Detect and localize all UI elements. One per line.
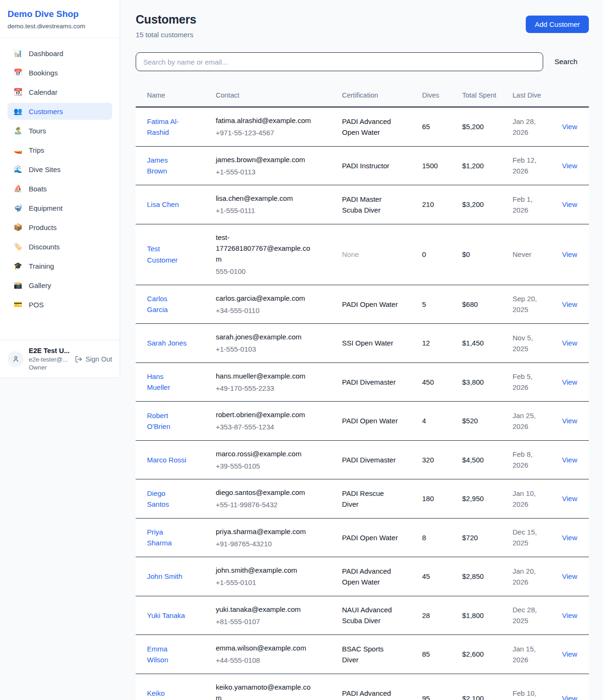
table-row: Carlos Garciacarlos.garcia@example.com+3…: [136, 285, 589, 324]
customer-email: carlos.garcia@example.com: [216, 293, 312, 304]
customer-name-link[interactable]: Fatima Al-Rashid: [147, 116, 187, 138]
customer-name-link[interactable]: Diego Santos: [147, 488, 187, 510]
column-header-name: Name: [136, 84, 204, 107]
customer-dives: 5: [411, 285, 451, 324]
page-title: Customers: [136, 13, 196, 26]
customer-dives: 4: [411, 402, 451, 441]
dashboard-icon: 📊: [13, 49, 23, 58]
sidebar-item-dashboard[interactable]: 📊Dashboard: [8, 45, 112, 62]
customer-certification: NAUI Advanced Scuba Diver: [342, 604, 399, 626]
customer-name-link[interactable]: James Brown: [147, 155, 187, 177]
trips-icon: 🚤: [13, 146, 23, 154]
view-customer-link[interactable]: View: [562, 611, 577, 619]
customer-dives: 210: [411, 185, 451, 224]
view-customer-link[interactable]: View: [562, 250, 577, 258]
customer-email: test-1772681807767@example.com: [216, 232, 312, 265]
sidebar-item-label: Gallery: [29, 281, 51, 289]
equipment-icon: 🤿: [13, 204, 23, 212]
customers-table-card: Name Contact Certification Dives Total S…: [136, 84, 589, 700]
customer-total-spent: $3,800: [451, 362, 501, 402]
customer-dives: 95: [411, 674, 451, 700]
customer-name-link[interactable]: Keiko Yamamoto: [147, 688, 187, 700]
customer-phone: +81-555-0107: [216, 616, 327, 627]
view-customer-link[interactable]: View: [562, 494, 577, 502]
view-customer-link[interactable]: View: [562, 300, 577, 308]
view-customer-link[interactable]: View: [562, 534, 577, 542]
sidebar-item-trips[interactable]: 🚤Trips: [8, 141, 112, 158]
customer-last-dive: Jan 25, 2026: [501, 402, 551, 441]
sidebar-item-bookings[interactable]: 📅Bookings: [8, 64, 112, 81]
customer-total-spent: $1,200: [451, 146, 501, 185]
customer-phone: +1-555-0101: [216, 577, 327, 588]
view-customer-link[interactable]: View: [562, 456, 577, 464]
sidebar-item-boats[interactable]: ⛵Boats: [8, 180, 112, 197]
sidebar-item-tours[interactable]: 🏝️Tours: [8, 122, 112, 139]
customer-name-link[interactable]: Yuki Tanaka: [147, 610, 185, 621]
sidebar-item-calendar[interactable]: 📆Calendar: [8, 83, 112, 100]
customer-dives: 12: [411, 324, 451, 363]
view-customer-link[interactable]: View: [562, 339, 577, 347]
bookings-icon: 📅: [13, 68, 23, 77]
shop-name: Demo Dive Shop: [8, 9, 112, 19]
sidebar-item-customers[interactable]: 👥Customers: [8, 103, 112, 120]
view-customer-link[interactable]: View: [562, 572, 577, 580]
customer-name-link[interactable]: Sarah Jones: [147, 338, 187, 348]
search-input[interactable]: [136, 52, 543, 71]
sidebar-item-equipment[interactable]: 🤿Equipment: [8, 199, 112, 216]
search-button[interactable]: Search: [543, 58, 589, 66]
customer-name-link[interactable]: Robert O'Brien: [147, 410, 187, 432]
customer-total-spent: $520: [451, 402, 501, 441]
avatar: [8, 351, 24, 367]
customer-name-link[interactable]: Carlos Garcia: [147, 293, 187, 315]
add-customer-button[interactable]: Add Customer: [526, 16, 589, 33]
customer-total-spent: $2,850: [451, 557, 501, 596]
customers-icon: 👥: [13, 107, 23, 115]
customer-email: marco.rossi@example.com: [216, 448, 312, 459]
customer-name-link[interactable]: Test Customer: [147, 243, 187, 265]
sidebar-item-gallery[interactable]: 📸Gallery: [8, 277, 112, 294]
customer-name-link[interactable]: Hans Mueller: [147, 371, 187, 393]
user-info: E2E Test U... e2e-tester@... Owner: [29, 347, 70, 371]
view-customer-link[interactable]: View: [562, 123, 577, 131]
customer-name-link[interactable]: Emma Wilson: [147, 643, 187, 666]
customer-last-dive: Feb 1, 2026: [501, 185, 551, 224]
customer-total-spent: $4,500: [451, 440, 501, 479]
customer-certification: PADI Instructor: [342, 160, 390, 171]
view-customer-link[interactable]: View: [562, 417, 577, 425]
customer-name-link[interactable]: Lisa Chen: [147, 199, 179, 210]
customer-email: john.smith@example.com: [216, 565, 312, 576]
sidebar-item-label: POS: [29, 301, 44, 309]
sidebar-item-pos[interactable]: 💳POS: [8, 296, 112, 313]
customer-total-spent: $2,950: [451, 479, 501, 519]
customer-last-dive: Feb 12, 2026: [501, 146, 551, 185]
customer-total-spent: $1,800: [451, 596, 501, 635]
sidebar-item-dive-sites[interactable]: 🌊Dive Sites: [8, 161, 112, 178]
table-row: John Smithjohn.smith@example.com+1-555-0…: [136, 557, 589, 596]
view-customer-link[interactable]: View: [562, 378, 577, 386]
table-row: Fatima Al-Rashidfatima.alrashid@example.…: [136, 107, 589, 146]
customer-dives: 320: [411, 440, 451, 479]
customer-last-dive: Never: [501, 224, 551, 285]
sidebar-item-training[interactable]: 🎓Training: [8, 257, 112, 274]
sidebar-item-products[interactable]: 📦Products: [8, 219, 112, 236]
sidebar-item-discounts[interactable]: 🏷️Discounts: [8, 238, 112, 255]
view-customer-link[interactable]: View: [562, 650, 577, 658]
customer-name-link[interactable]: Priya Sharma: [147, 527, 187, 549]
customer-name-link[interactable]: Marco Rossi: [147, 454, 186, 465]
sidebar-item-label: Equipment: [29, 204, 63, 212]
customer-email: hans.mueller@example.com: [216, 371, 312, 381]
table-row: Yuki Tanakayuki.tanaka@example.com+81-55…: [136, 596, 589, 635]
customer-phone: +1-555-0113: [216, 166, 327, 177]
sign-out-button[interactable]: Sign Out: [75, 355, 112, 363]
customer-dives: 65: [411, 107, 451, 146]
customers-table-body: Fatima Al-Rashidfatima.alrashid@example.…: [136, 107, 589, 700]
view-customer-link[interactable]: View: [562, 200, 577, 208]
user-name: E2E Test U...: [29, 347, 70, 354]
sidebar-item-label: Customers: [29, 107, 63, 115]
customer-last-dive: Dec 15, 2025: [501, 518, 551, 557]
user-section: E2E Test U... e2e-tester@... Owner Sign …: [0, 340, 120, 378]
column-header-certification: Certification: [331, 84, 411, 107]
view-customer-link[interactable]: View: [562, 694, 577, 700]
customer-name-link[interactable]: John Smith: [147, 571, 182, 582]
view-customer-link[interactable]: View: [562, 162, 577, 170]
